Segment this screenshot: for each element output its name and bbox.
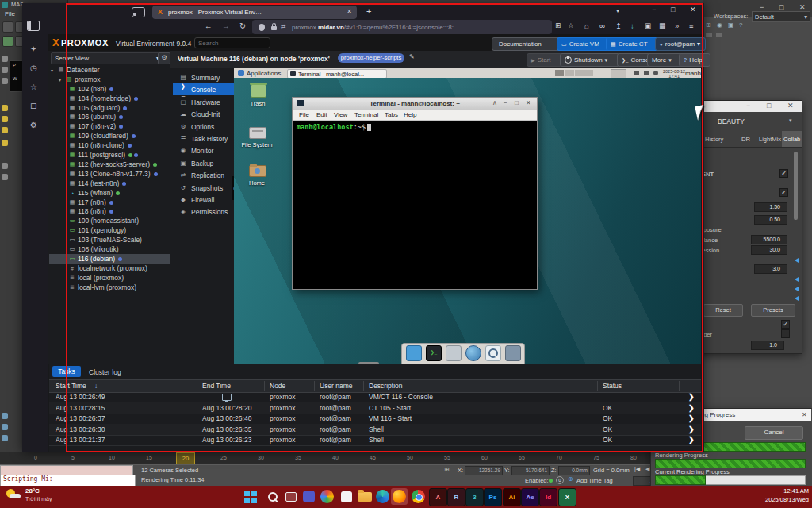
clock-time[interactable]: 12:41 AM (768, 487, 809, 495)
maximize-icon[interactable]: □ (767, 102, 771, 110)
vfb-channel-select[interactable]: BEAUTY (718, 117, 745, 125)
screen: MA2 File P W F − □ ✕ Workspaces: Default… (0, 0, 812, 508)
keyframe-arrow-icon[interactable] (795, 296, 799, 301)
go-to-start-icon[interactable]: |◀ (634, 466, 640, 472)
chrome-button[interactable] (410, 488, 427, 505)
checkbox-checked[interactable]: ✓ (779, 169, 788, 178)
background-rail-icon[interactable] (2, 174, 8, 180)
vfb-value-field[interactable]: 3.0 (754, 264, 787, 274)
folder-icon (358, 492, 372, 502)
background-mini-icon[interactable] (716, 33, 722, 37)
presets-button[interactable]: Presets (751, 304, 795, 317)
time-slider[interactable]: 20 (176, 452, 195, 464)
store-button[interactable] (338, 488, 354, 505)
maxscript-listener[interactable]: Scripting Mi: (0, 475, 136, 487)
firefox-button-active[interactable] (391, 488, 408, 505)
clock-date[interactable]: 2025/08/13/Wed (755, 496, 809, 504)
background-viewport-icon[interactable]: ◉ (717, 21, 722, 29)
timeline-tick: 75 (593, 455, 599, 460)
coord-x-field[interactable]: -12251.29 (465, 466, 503, 475)
checkbox-unchecked[interactable] (781, 329, 790, 338)
autocad-button[interactable]: A (429, 488, 447, 506)
chrome-icon (412, 490, 425, 503)
minimize-icon[interactable]: − (746, 102, 750, 110)
vfb-value-field[interactable]: 0.50 (754, 215, 787, 225)
excel-button[interactable]: X (558, 488, 576, 506)
background-rail-icon-yellow[interactable] (2, 105, 8, 111)
background-viewport-icon[interactable]: ⊞ (706, 21, 711, 29)
grid-status: Grid = 0.0mm (593, 467, 630, 474)
timeline-tick: 0 (34, 455, 37, 460)
timeline-tick: 55 (444, 455, 450, 460)
timeline-tick: 45 (370, 455, 376, 460)
coord-y-field[interactable]: -5170.641 (511, 466, 550, 475)
vfb-value-field[interactable]: 1.0 (751, 341, 784, 350)
file-explorer-button[interactable] (356, 488, 373, 505)
background-rail-icon[interactable] (2, 67, 8, 73)
previous-frame-icon[interactable]: ◀ (645, 466, 649, 472)
edge-button[interactable] (374, 488, 391, 505)
weather-temp[interactable]: 28°C (25, 487, 40, 495)
checkbox-checked[interactable]: ✓ (779, 188, 788, 197)
timeline-tick: 80 (630, 455, 637, 460)
keyframe-arrow-icon[interactable] (795, 258, 799, 263)
weather-desc[interactable]: Trời ít mây (25, 496, 52, 502)
background-file-menu[interactable]: File (5, 10, 15, 17)
timeline-tick: 25 (220, 455, 227, 460)
keyframe-arrow-icon[interactable] (795, 287, 799, 291)
revit-button[interactable]: R (447, 488, 465, 506)
close-icon[interactable]: ✕ (787, 102, 794, 110)
background-rail-icon-yellow[interactable] (2, 140, 8, 146)
vfb-tab-lightmix[interactable]: LightMix (759, 136, 781, 143)
enabled-count: 0 (556, 476, 564, 484)
checkbox-checked[interactable]: ✓ (781, 320, 790, 329)
illustrator-button[interactable]: Ai (503, 488, 521, 506)
vfb-balance-field[interactable]: 5500.0 (751, 235, 787, 244)
background-rail-icon-yellow[interactable] (2, 127, 8, 133)
close-icon[interactable]: ✕ (799, 3, 806, 11)
vfb-tab-collab-active[interactable]: Collab (782, 131, 802, 147)
timeline-tick: 70 (556, 455, 562, 460)
background-rail-icon[interactable] (2, 163, 8, 169)
background-rail-icon-yellow[interactable] (2, 116, 8, 122)
background-mini-icon[interactable] (706, 33, 712, 37)
background-rail-icon[interactable] (2, 56, 8, 62)
transform-icon[interactable]: ⊞ (444, 466, 450, 473)
background-rail-icon-blue[interactable] (2, 424, 8, 430)
cancel-button[interactable]: Cancel (745, 426, 803, 440)
keyframe-arrow-icon[interactable] (795, 277, 799, 282)
photos-button[interactable] (319, 488, 335, 505)
firefox-icon (393, 490, 406, 503)
close-icon[interactable]: ✕ (802, 411, 807, 418)
minimize-icon[interactable]: − (760, 3, 764, 11)
photoshop-button[interactable]: Ps (484, 488, 502, 506)
add-time-tag-icon[interactable]: ⊕ (568, 475, 573, 483)
vfb-tab-history[interactable]: History (705, 136, 723, 143)
chevron-down-icon[interactable]: ▾ (789, 117, 792, 124)
3dsmax-button[interactable]: 3 (465, 488, 484, 506)
background-help-icon[interactable]: ? (739, 21, 742, 29)
background-toolbar-icon[interactable] (2, 36, 13, 47)
background-rail-icon-blue[interactable] (2, 413, 8, 419)
vfb-compress-field[interactable]: 30.0 (751, 245, 787, 255)
teams-button[interactable] (301, 488, 317, 505)
weather-cloud-icon[interactable] (10, 494, 21, 498)
vfb-value-field[interactable]: 1.50 (754, 202, 787, 212)
background-rail-icon-blue[interactable] (2, 435, 8, 441)
vfb-scrollbar[interactable] (794, 152, 798, 220)
start-button[interactable] (242, 488, 259, 505)
indesign-button[interactable]: Id (539, 488, 557, 506)
search-button[interactable] (264, 488, 281, 505)
task-view-button[interactable] (282, 488, 299, 505)
search-icon (268, 492, 278, 502)
workspaces-dropdown[interactable]: Default ▾ (752, 11, 810, 22)
background-toolbar-icon[interactable] (2, 21, 13, 33)
maximize-icon[interactable]: □ (779, 3, 783, 11)
background-rail-icon[interactable] (2, 78, 8, 84)
coord-z-field[interactable]: 0.0mm (558, 466, 590, 475)
reset-button[interactable]: Reset (703, 304, 743, 317)
aftereffects-button[interactable]: Ae (521, 488, 539, 506)
add-time-tag[interactable]: Add Time Tag (576, 477, 613, 484)
vfb-tab-dr[interactable]: DR (741, 136, 750, 143)
background-viewport-icon[interactable]: ▣ (728, 21, 734, 29)
